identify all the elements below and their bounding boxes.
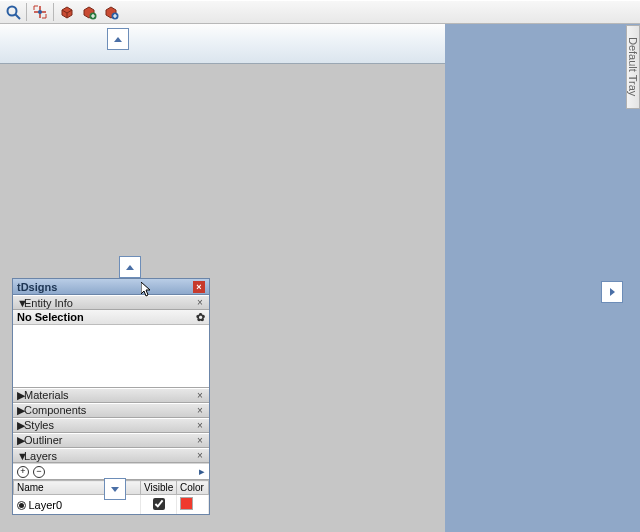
panel-header-styles[interactable]: ▶Styles × bbox=[13, 418, 209, 433]
active-layer-radio[interactable] bbox=[17, 501, 26, 510]
selection-text: No Selection bbox=[17, 311, 84, 323]
dock-cross-up[interactable] bbox=[119, 256, 141, 278]
panel-collapse-icon[interactable]: × bbox=[195, 436, 205, 446]
gear-icon[interactable]: ✿ bbox=[196, 311, 205, 324]
panel-collapse-icon[interactable]: × bbox=[195, 421, 205, 431]
chevron-right-icon bbox=[610, 288, 615, 296]
panel-header-outliner[interactable]: ▶Outliner × bbox=[13, 433, 209, 448]
entity-selection-bar: No Selection ✿ bbox=[13, 310, 209, 325]
toolbar-separator bbox=[26, 3, 27, 21]
triangle-down-icon: ▼ bbox=[17, 297, 24, 309]
cursor-icon bbox=[141, 282, 153, 298]
styles-label: Styles bbox=[24, 419, 54, 431]
dock-target-bottom[interactable] bbox=[104, 478, 126, 500]
outliner-label: Outliner bbox=[24, 434, 63, 446]
remove-layer-button[interactable]: − bbox=[33, 466, 45, 478]
layer-visible-cell[interactable] bbox=[141, 495, 177, 515]
svg-line-1 bbox=[16, 15, 21, 20]
panel-header-materials[interactable]: ▶Materials × bbox=[13, 388, 209, 403]
toolbar-separator bbox=[53, 3, 54, 21]
component-browser-icon[interactable] bbox=[56, 2, 78, 22]
visible-checkbox[interactable] bbox=[153, 498, 165, 510]
panel-collapse-icon[interactable]: × bbox=[195, 391, 205, 401]
add-layer-button[interactable]: + bbox=[17, 466, 29, 478]
triangle-down-icon: ▼ bbox=[17, 450, 24, 462]
triangle-right-icon: ▶ bbox=[17, 389, 24, 402]
triangle-right-icon: ▶ bbox=[17, 404, 24, 417]
layers-label: Layers bbox=[24, 450, 57, 462]
panel-header-components[interactable]: ▶Components × bbox=[13, 403, 209, 418]
chevron-up-icon bbox=[114, 37, 122, 42]
entity-info-label: Entity Info bbox=[24, 297, 73, 309]
layer-color-cell[interactable] bbox=[177, 495, 209, 515]
dock-target-right[interactable] bbox=[601, 281, 623, 303]
tray-titlebar[interactable]: tDsigns × bbox=[13, 279, 209, 295]
zoom-icon[interactable] bbox=[2, 2, 24, 22]
panel-header-entity-info[interactable]: ▼Entity Info × bbox=[13, 295, 209, 310]
entity-info-body: No Selection ✿ bbox=[13, 310, 209, 388]
layers-flyout-icon[interactable]: ▸ bbox=[199, 465, 205, 478]
default-tray-label: Default Tray bbox=[627, 37, 639, 96]
dock-preview-right bbox=[445, 24, 640, 532]
layer-name: Layer0 bbox=[29, 499, 63, 511]
tray-title-text: tDsigns bbox=[17, 281, 57, 293]
panel-collapse-icon[interactable]: × bbox=[195, 451, 205, 461]
dock-target-top[interactable] bbox=[107, 28, 129, 50]
panel-collapse-icon[interactable]: × bbox=[195, 298, 205, 308]
col-color[interactable]: Color bbox=[177, 481, 209, 495]
panel-header-layers[interactable]: ▼Layers × bbox=[13, 448, 209, 463]
top-toolbar bbox=[0, 0, 640, 24]
3d-warehouse-icon[interactable] bbox=[78, 2, 100, 22]
materials-label: Materials bbox=[24, 389, 69, 401]
default-tray-tab[interactable]: Default Tray bbox=[626, 25, 640, 109]
col-visible[interactable]: Visible bbox=[141, 481, 177, 495]
triangle-right-icon: ▶ bbox=[17, 419, 24, 432]
panel-collapse-icon[interactable]: × bbox=[195, 406, 205, 416]
chevron-down-icon bbox=[111, 487, 119, 492]
color-swatch[interactable] bbox=[180, 497, 193, 510]
svg-point-4 bbox=[38, 10, 42, 14]
zoom-extents-icon[interactable] bbox=[29, 2, 51, 22]
triangle-right-icon: ▶ bbox=[17, 434, 24, 447]
add-location-icon[interactable] bbox=[100, 2, 122, 22]
chevron-up-icon bbox=[126, 265, 134, 270]
components-label: Components bbox=[24, 404, 86, 416]
close-icon[interactable]: × bbox=[193, 281, 205, 293]
svg-point-0 bbox=[8, 7, 17, 16]
